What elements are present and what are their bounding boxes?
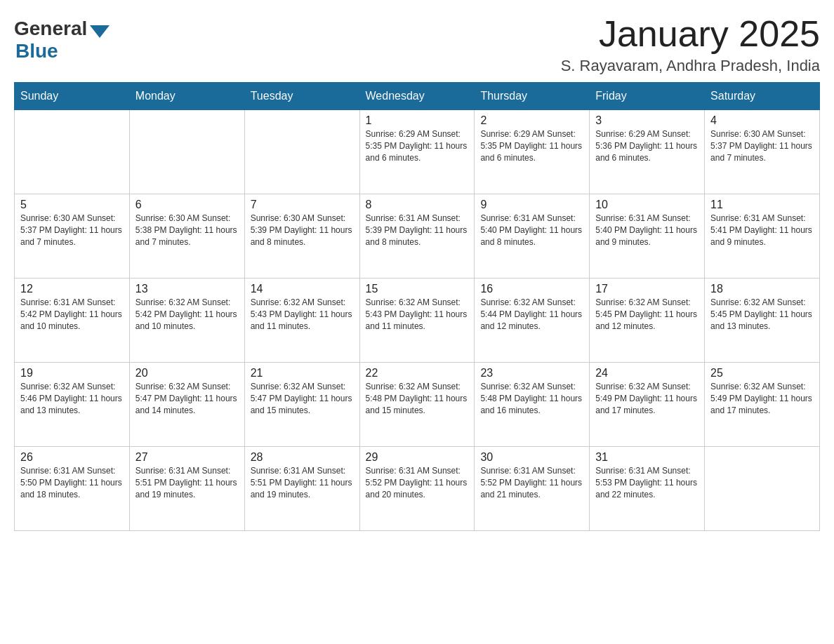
header-tuesday: Tuesday — [244, 83, 359, 110]
day-number: 18 — [710, 283, 814, 295]
day-number: 5 — [20, 199, 124, 211]
day-info: Sunrise: 6:30 AM Sunset: 5:38 PM Dayligh… — [135, 213, 239, 248]
header-thursday: Thursday — [475, 83, 590, 110]
calendar-cell: 6Sunrise: 6:30 AM Sunset: 5:38 PM Daylig… — [129, 194, 244, 279]
calendar-cell — [705, 447, 820, 531]
calendar-cell: 14Sunrise: 6:32 AM Sunset: 5:43 PM Dayli… — [244, 279, 359, 363]
calendar-cell: 11Sunrise: 6:31 AM Sunset: 5:41 PM Dayli… — [705, 194, 820, 279]
day-number: 7 — [251, 199, 354, 211]
day-number: 15 — [366, 283, 469, 295]
calendar-week-4: 19Sunrise: 6:32 AM Sunset: 5:46 PM Dayli… — [15, 363, 820, 447]
day-number: 1 — [366, 114, 469, 127]
day-info: Sunrise: 6:32 AM Sunset: 5:43 PM Dayligh… — [251, 297, 354, 332]
day-info: Sunrise: 6:31 AM Sunset: 5:42 PM Dayligh… — [20, 297, 124, 332]
location: S. Rayavaram, Andhra Pradesh, India — [561, 57, 820, 75]
day-info: Sunrise: 6:31 AM Sunset: 5:39 PM Dayligh… — [366, 213, 469, 248]
logo: General Blue — [14, 14, 110, 62]
day-number: 25 — [710, 367, 814, 380]
day-info: Sunrise: 6:29 AM Sunset: 5:35 PM Dayligh… — [366, 128, 469, 163]
day-number: 23 — [480, 367, 583, 380]
calendar-cell: 27Sunrise: 6:31 AM Sunset: 5:51 PM Dayli… — [129, 447, 244, 531]
calendar-cell: 4Sunrise: 6:30 AM Sunset: 5:37 PM Daylig… — [705, 110, 820, 194]
header-wednesday: Wednesday — [359, 83, 475, 110]
header-monday: Monday — [129, 83, 244, 110]
day-info: Sunrise: 6:32 AM Sunset: 5:44 PM Dayligh… — [480, 297, 583, 332]
day-info: Sunrise: 6:32 AM Sunset: 5:48 PM Dayligh… — [366, 381, 469, 416]
day-info: Sunrise: 6:29 AM Sunset: 5:35 PM Dayligh… — [480, 128, 583, 163]
header-sunday: Sunday — [15, 83, 130, 110]
calendar-cell: 2Sunrise: 6:29 AM Sunset: 5:35 PM Daylig… — [475, 110, 590, 194]
day-info: Sunrise: 6:31 AM Sunset: 5:53 PM Dayligh… — [595, 465, 699, 500]
day-number: 22 — [366, 367, 469, 380]
day-info: Sunrise: 6:31 AM Sunset: 5:50 PM Dayligh… — [20, 465, 124, 500]
calendar-week-5: 26Sunrise: 6:31 AM Sunset: 5:50 PM Dayli… — [15, 447, 820, 531]
calendar-week-3: 12Sunrise: 6:31 AM Sunset: 5:42 PM Dayli… — [15, 279, 820, 363]
day-number: 24 — [595, 367, 699, 380]
calendar-week-1: 1Sunrise: 6:29 AM Sunset: 5:35 PM Daylig… — [15, 110, 820, 194]
day-number: 10 — [595, 199, 699, 211]
header-friday: Friday — [590, 83, 705, 110]
day-number: 14 — [251, 283, 354, 295]
day-number: 31 — [595, 451, 699, 464]
logo-general-text: General — [14, 18, 87, 40]
day-info: Sunrise: 6:31 AM Sunset: 5:40 PM Dayligh… — [480, 213, 583, 248]
day-number: 2 — [480, 114, 583, 127]
day-info: Sunrise: 6:31 AM Sunset: 5:51 PM Dayligh… — [135, 465, 239, 500]
day-info: Sunrise: 6:32 AM Sunset: 5:48 PM Dayligh… — [480, 381, 583, 416]
day-info: Sunrise: 6:32 AM Sunset: 5:46 PM Dayligh… — [20, 381, 124, 416]
day-info: Sunrise: 6:32 AM Sunset: 5:45 PM Dayligh… — [710, 297, 814, 332]
day-number: 11 — [710, 199, 814, 211]
calendar-cell: 5Sunrise: 6:30 AM Sunset: 5:37 PM Daylig… — [15, 194, 130, 279]
calendar-cell: 8Sunrise: 6:31 AM Sunset: 5:39 PM Daylig… — [359, 194, 475, 279]
calendar-cell: 7Sunrise: 6:30 AM Sunset: 5:39 PM Daylig… — [244, 194, 359, 279]
page-header: General Blue January 2025 S. Rayavaram, … — [14, 14, 820, 75]
day-number: 8 — [366, 199, 469, 211]
calendar-cell: 23Sunrise: 6:32 AM Sunset: 5:48 PM Dayli… — [475, 363, 590, 447]
day-info: Sunrise: 6:32 AM Sunset: 5:49 PM Dayligh… — [710, 381, 814, 416]
calendar-cell: 24Sunrise: 6:32 AM Sunset: 5:49 PM Dayli… — [590, 363, 705, 447]
day-info: Sunrise: 6:32 AM Sunset: 5:47 PM Dayligh… — [251, 381, 354, 416]
calendar-table: SundayMondayTuesdayWednesdayThursdayFrid… — [14, 82, 820, 531]
calendar-week-2: 5Sunrise: 6:30 AM Sunset: 5:37 PM Daylig… — [15, 194, 820, 279]
day-info: Sunrise: 6:31 AM Sunset: 5:41 PM Dayligh… — [710, 213, 814, 248]
day-info: Sunrise: 6:32 AM Sunset: 5:42 PM Dayligh… — [135, 297, 239, 332]
calendar-cell: 13Sunrise: 6:32 AM Sunset: 5:42 PM Dayli… — [129, 279, 244, 363]
calendar-cell: 20Sunrise: 6:32 AM Sunset: 5:47 PM Dayli… — [129, 363, 244, 447]
calendar-cell: 15Sunrise: 6:32 AM Sunset: 5:43 PM Dayli… — [359, 279, 475, 363]
day-number: 17 — [595, 283, 699, 295]
calendar-cell: 22Sunrise: 6:32 AM Sunset: 5:48 PM Dayli… — [359, 363, 475, 447]
calendar-cell: 26Sunrise: 6:31 AM Sunset: 5:50 PM Dayli… — [15, 447, 130, 531]
calendar-cell: 9Sunrise: 6:31 AM Sunset: 5:40 PM Daylig… — [475, 194, 590, 279]
day-info: Sunrise: 6:31 AM Sunset: 5:52 PM Dayligh… — [366, 465, 469, 500]
day-info: Sunrise: 6:31 AM Sunset: 5:52 PM Dayligh… — [480, 465, 583, 500]
day-info: Sunrise: 6:30 AM Sunset: 5:39 PM Dayligh… — [251, 213, 354, 248]
calendar-header-row: SundayMondayTuesdayWednesdayThursdayFrid… — [15, 83, 820, 110]
header-saturday: Saturday — [705, 83, 820, 110]
day-info: Sunrise: 6:31 AM Sunset: 5:40 PM Dayligh… — [595, 213, 699, 248]
calendar-cell: 1Sunrise: 6:29 AM Sunset: 5:35 PM Daylig… — [359, 110, 475, 194]
day-info: Sunrise: 6:29 AM Sunset: 5:36 PM Dayligh… — [595, 128, 699, 163]
day-number: 3 — [595, 114, 699, 127]
day-number: 4 — [710, 114, 814, 127]
calendar-cell: 17Sunrise: 6:32 AM Sunset: 5:45 PM Dayli… — [590, 279, 705, 363]
calendar-cell: 25Sunrise: 6:32 AM Sunset: 5:49 PM Dayli… — [705, 363, 820, 447]
day-info: Sunrise: 6:31 AM Sunset: 5:51 PM Dayligh… — [251, 465, 354, 500]
calendar-cell: 16Sunrise: 6:32 AM Sunset: 5:44 PM Dayli… — [475, 279, 590, 363]
calendar-cell: 18Sunrise: 6:32 AM Sunset: 5:45 PM Dayli… — [705, 279, 820, 363]
calendar-cell: 31Sunrise: 6:31 AM Sunset: 5:53 PM Dayli… — [590, 447, 705, 531]
calendar-cell: 19Sunrise: 6:32 AM Sunset: 5:46 PM Dayli… — [15, 363, 130, 447]
day-number: 27 — [135, 451, 239, 464]
logo-blue-text: Blue — [15, 40, 58, 62]
day-info: Sunrise: 6:32 AM Sunset: 5:43 PM Dayligh… — [366, 297, 469, 332]
day-number: 20 — [135, 367, 239, 380]
day-number: 9 — [480, 199, 583, 211]
calendar-cell: 30Sunrise: 6:31 AM Sunset: 5:52 PM Dayli… — [475, 447, 590, 531]
calendar-cell — [244, 110, 359, 194]
day-number: 19 — [20, 367, 124, 380]
day-info: Sunrise: 6:32 AM Sunset: 5:47 PM Dayligh… — [135, 381, 239, 416]
day-number: 21 — [251, 367, 354, 380]
day-info: Sunrise: 6:32 AM Sunset: 5:45 PM Dayligh… — [595, 297, 699, 332]
calendar-cell: 12Sunrise: 6:31 AM Sunset: 5:42 PM Dayli… — [15, 279, 130, 363]
day-number: 6 — [135, 199, 239, 211]
calendar-cell: 28Sunrise: 6:31 AM Sunset: 5:51 PM Dayli… — [244, 447, 359, 531]
